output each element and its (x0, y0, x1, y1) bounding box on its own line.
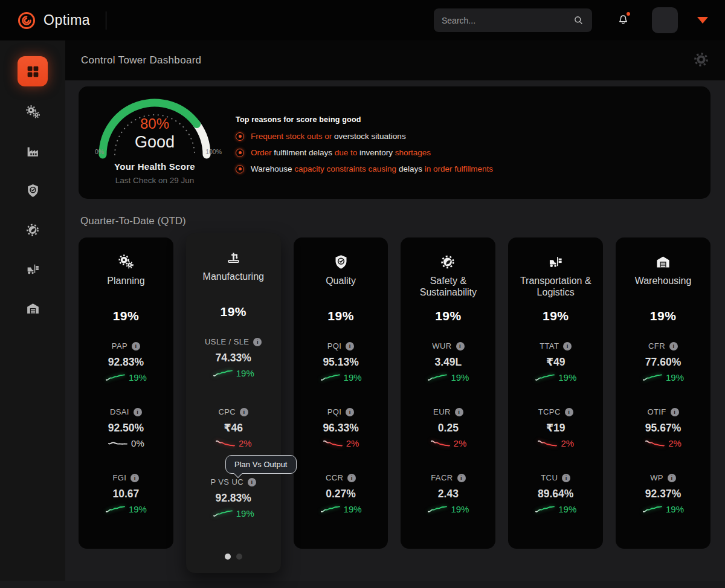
metric-label: TCU (541, 473, 558, 482)
qtd-card-planning[interactable]: Planning19%PAPi92.83%19%DSAIi92.50%0%FGI… (79, 237, 173, 549)
metric-trend: 2% (642, 438, 684, 448)
sparkline-down-icon (537, 439, 558, 448)
metric-value: 2.43 (427, 488, 469, 500)
sparkline-up-icon (535, 505, 555, 514)
reason-text: Order fulfilment delays due to inventory… (251, 148, 431, 157)
metric-wur: WURi3.49L19% (427, 341, 469, 383)
metric-value: 95.67% (642, 422, 684, 435)
health-score-card: 80% Good 0% 100% Your Health Score Last … (79, 86, 710, 199)
carousel-dots[interactable] (225, 548, 242, 563)
metric-label: FGI (112, 473, 126, 482)
sparkline-up-icon (642, 373, 663, 382)
info-icon[interactable]: i (130, 474, 139, 482)
profile-caret-down-icon[interactable] (697, 17, 708, 24)
sustainability-gear-leaf-icon (25, 222, 40, 237)
health-reason: Frequent stock outs or overstock situati… (236, 132, 493, 141)
sidebar-item-quality[interactable] (18, 175, 48, 205)
reasons-title: Top reasons for score being good (236, 115, 493, 124)
sparkline-up-icon (213, 509, 233, 518)
info-icon[interactable]: i (240, 408, 248, 416)
sparkline-up-icon (535, 373, 555, 382)
metric-ttat: TTATi₹4919% (535, 341, 576, 383)
info-icon[interactable]: i (347, 474, 356, 482)
card-score: 19% (435, 309, 462, 323)
sparkline-up-icon (427, 505, 448, 514)
info-icon[interactable]: i (565, 408, 573, 416)
sidebar-item-warehousing[interactable] (18, 293, 48, 323)
health-reason: Order fulfilment delays due to inventory… (236, 148, 493, 157)
metric-label: CFR (648, 341, 665, 351)
metric-value: 3.49L (427, 356, 469, 369)
info-icon[interactable]: i (455, 408, 463, 416)
card-metrics: WURi3.49L19%EURi0.252%FACRi2.4319% (427, 341, 469, 539)
qtd-card-quality[interactable]: Quality19%PQIi95.13%19%PQIi96.33%2%CCRi0… (294, 237, 388, 549)
metric-trend: 19% (427, 504, 469, 514)
sidebar-item-sustainability[interactable] (18, 215, 48, 245)
notification-dot (627, 12, 630, 16)
sparkline-up-icon (427, 373, 448, 382)
qtd-card-manufacturing[interactable]: Manufacturing19%USLE / SLEi74.33%19%CPCi… (186, 233, 281, 573)
qtd-card-transportation-logistics[interactable]: Transportation & Logistics19%TTATi₹4919%… (508, 237, 603, 549)
carousel-dot[interactable] (236, 554, 242, 560)
card-metrics: CFRi77.60%19%OTIFi95.67%2%WPi92.37%19% (642, 341, 684, 539)
sparkline-flat-icon (108, 439, 128, 448)
sidebar-item-planning[interactable] (18, 97, 48, 127)
info-icon[interactable]: i (562, 474, 570, 482)
info-icon[interactable]: i (457, 474, 466, 482)
info-icon[interactable]: i (248, 478, 256, 486)
carousel-dot[interactable] (225, 554, 231, 560)
metric-trend: 2% (535, 438, 576, 448)
sidebar-item-manufacturing[interactable] (18, 136, 48, 166)
card-title: Quality (297, 275, 385, 299)
factory-icon (25, 144, 40, 159)
info-icon[interactable]: i (134, 408, 142, 416)
card-score: 19% (650, 309, 677, 323)
metric-facr: FACRi2.4319% (427, 473, 469, 514)
notifications-bell-icon[interactable] (616, 12, 630, 28)
metric-label: CPC (218, 407, 236, 416)
metric-label: WP (650, 473, 663, 482)
metric-value: 92.50% (105, 422, 147, 435)
sidebar-item-transportation[interactable] (18, 254, 48, 284)
metric-label: TCPC (538, 407, 561, 416)
main: Control Tower Dashboard (65, 40, 725, 588)
sparkline-down-icon (645, 439, 665, 448)
card-metrics: PAPi92.83%19%DSAIi92.50%0%FGIi10.6719% (105, 341, 147, 539)
qtd-card-safety-sustainability[interactable]: Safety & Sustainability19%WURi3.49L19%EU… (401, 237, 495, 549)
user-avatar[interactable] (652, 7, 678, 33)
sustainability-gear-leaf-icon (440, 254, 456, 270)
bullet-target-icon (236, 132, 244, 141)
gauge-max-label: 100% (205, 148, 222, 155)
info-icon[interactable]: i (346, 342, 354, 351)
metric-value: 10.67 (105, 488, 147, 500)
search-icon[interactable] (573, 15, 584, 26)
dashboard-grid-icon (25, 64, 40, 79)
search-box[interactable] (434, 8, 592, 32)
info-icon[interactable]: i (132, 342, 140, 351)
health-gauge: 80% Good 0% 100% Your Health Score Last … (79, 86, 231, 199)
info-icon[interactable]: i (668, 474, 676, 482)
health-title: Your Health Score (79, 161, 231, 172)
metric-trend: 2% (427, 438, 469, 448)
metric-label: WUR (432, 341, 451, 351)
metric-dsai: DSAIi92.50%0% (105, 407, 147, 448)
search-input[interactable] (442, 16, 573, 25)
qtd-card-warehousing[interactable]: Warehousing19%CFRi77.60%19%OTIFi95.67%2%… (616, 237, 710, 549)
info-icon[interactable]: i (253, 338, 262, 346)
robot-arm-icon (225, 250, 242, 266)
metric-pap: PAPi92.83%19% (105, 341, 147, 383)
info-icon[interactable]: i (346, 408, 354, 416)
settings-gear-icon[interactable] (693, 51, 709, 69)
info-icon[interactable]: i (671, 408, 679, 416)
metric-tooltip: Plan Vs Output (225, 455, 296, 474)
info-icon[interactable]: i (456, 342, 465, 351)
info-icon[interactable]: i (563, 342, 572, 351)
info-icon[interactable]: i (669, 342, 678, 351)
sidebar-item-dashboard[interactable] (18, 56, 48, 86)
metric-trend: 19% (642, 372, 684, 383)
metric-label: EUR (433, 407, 451, 416)
metric-cpc: CPCi₹462% (205, 407, 262, 448)
metric-tcu: TCUi89.64%19% (535, 473, 576, 514)
forklift-icon (25, 262, 40, 277)
card-title: Warehousing (619, 275, 707, 299)
